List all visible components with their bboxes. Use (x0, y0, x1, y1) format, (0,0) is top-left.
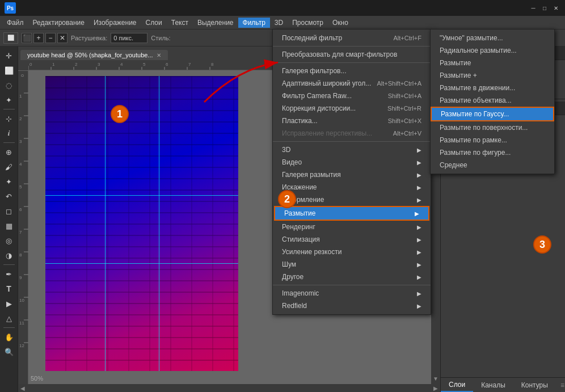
tab-close-icon[interactable]: ✕ (157, 52, 161, 58)
menu-file[interactable]: Файл (2, 18, 28, 28)
filter-stylize-label: Стилизация (282, 235, 320, 243)
svg-text:3: 3 (19, 139, 22, 144)
submenu-arrow-redfield: ▶ (417, 303, 421, 309)
horizontal-scrollbar[interactable]: ◀ ▶ (18, 384, 440, 392)
scroll-down-arrow[interactable]: ▼ (433, 376, 438, 382)
healing-brush-tool[interactable]: ⊕ (2, 145, 16, 159)
new-selection-btn[interactable]: ⬛ (22, 33, 32, 43)
intersect-selection-btn[interactable]: ✕ (57, 33, 68, 43)
left-toolbar: ✛ ⬜ ◌ ✦ ⊹ 𝒊 ⊕ 🖌 ✦ ↶ ◻ ▦ ◎ ◑ ✒ T ▶ △ ✋ 🔍 (0, 47, 18, 392)
type-tool[interactable]: T (2, 282, 16, 296)
filter-distortion-label: Коррекция дисторсии... (282, 104, 356, 112)
menu-3d[interactable]: 3D (270, 18, 288, 28)
bottom-tab-channels[interactable]: Каналы (473, 379, 513, 391)
close-button[interactable]: ✕ (551, 3, 560, 12)
canvas-image (45, 76, 238, 371)
eraser-tool[interactable]: ◻ (2, 204, 16, 218)
svg-text:10: 10 (19, 298, 24, 303)
blur-submenu-surface[interactable]: Размытие по поверхности... (431, 121, 554, 134)
menu-layers[interactable]: Слои (141, 18, 167, 28)
mode-buttons: ⬛ + − ✕ (22, 33, 68, 43)
gradient-tool[interactable]: ▦ (2, 219, 16, 233)
title-bar-buttons: ─ □ ✕ (529, 3, 560, 12)
filter-menu-3d[interactable]: 3D ▶ (273, 144, 431, 156)
blur-submenu-gaussian[interactable]: Размытие по Гауссу... (431, 107, 554, 121)
brush-tool[interactable]: 🖌 (2, 160, 16, 174)
marquee-tool[interactable]: ⬜ (2, 64, 16, 77)
dodge-tool[interactable]: ◑ (2, 248, 16, 262)
menu-window[interactable]: Окно (328, 18, 353, 28)
submenu-arrow-rendering: ▶ (417, 224, 421, 230)
menu-text[interactable]: Текст (167, 18, 193, 28)
filter-menu-oformlenie[interactable]: Оформление ▶ (273, 193, 431, 206)
blur-submenu-lens[interactable]: Размытие объектива... (431, 94, 554, 107)
clone-stamp-tool[interactable]: ✦ (2, 175, 16, 188)
crop-tool[interactable]: ⊹ (2, 112, 16, 125)
filter-menu-video[interactable]: Видео ▶ (273, 156, 431, 168)
blur-submenu-average[interactable]: Среднее (431, 159, 554, 171)
filter-menu-imagenomic[interactable]: Imagenomic ▶ (273, 287, 431, 300)
canvas-tab-main[interactable]: youtube head @ 50% (shapka_for_youtube..… (20, 50, 168, 60)
bottom-tab-paths[interactable]: Контуры (513, 379, 556, 391)
filter-menu-camera-raw[interactable]: Фильтр Camera Raw... Shift+Ctrl+A (273, 90, 431, 102)
hand-tool[interactable]: ✋ (2, 330, 16, 344)
filter-menu-sharpen[interactable]: Усиление резкости ▶ (273, 246, 431, 258)
path-selection-tool[interactable]: ▶ (2, 297, 16, 310)
filter-menu-other[interactable]: Другое ▶ (273, 271, 431, 283)
svg-text:3: 3 (98, 62, 100, 67)
filter-menu-noise[interactable]: Шум ▶ (273, 258, 431, 271)
blur-submenu-blur-plus[interactable]: Размытие + (431, 69, 554, 82)
subtract-selection-btn[interactable]: − (45, 33, 56, 43)
filter-menu-distortion-correction[interactable]: Коррекция дисторсии... Shift+Ctrl+R (273, 102, 431, 115)
tool-separator-2 (3, 142, 15, 143)
zoom-tool[interactable]: 🔍 (2, 345, 16, 359)
menu-image[interactable]: Изображение (89, 18, 141, 28)
filter-menu-gallery[interactable]: Галерея фильтров... (273, 65, 431, 77)
bottom-tab-layers[interactable]: Слои (441, 378, 473, 392)
scroll-right-arrow[interactable]: ▶ (433, 385, 438, 391)
filter-menu-stylize[interactable]: Стилизация ▶ (273, 233, 431, 246)
submenu-arrow-blur-gallery: ▶ (417, 172, 421, 178)
eyedropper-tool[interactable]: 𝒊 (2, 127, 16, 140)
submenu-arrow-imagenomic: ▶ (417, 290, 421, 297)
lasso-tool[interactable]: ◌ (2, 78, 16, 92)
filter-gallery-label: Галерея фильтров... (282, 67, 346, 75)
filter-menu-smart-filters[interactable]: Преобразовать для смарт-фильтров (273, 48, 431, 61)
title-bar-left: Ps (5, 2, 16, 14)
pen-tool[interactable]: ✒ (2, 267, 16, 281)
menu-edit[interactable]: Редактирование (28, 18, 89, 28)
filter-menu-redfield[interactable]: Redfield ▶ (273, 300, 431, 312)
photoshop-window: Ps ─ □ ✕ Файл Редактирование Изображение… (0, 0, 565, 392)
menu-select[interactable]: Выделение (193, 18, 238, 28)
magic-wand-tool[interactable]: ✦ (2, 93, 16, 107)
minimize-button[interactable]: ─ (529, 3, 538, 12)
shape-tool[interactable]: △ (2, 311, 16, 325)
blur-submenu-shape[interactable]: Размытие по фигуре... (431, 146, 554, 159)
scroll-left-arrow[interactable]: ◀ (20, 385, 25, 391)
filter-menu-plasticity[interactable]: Пластика... Shift+Ctrl+X (273, 115, 431, 127)
filter-menu-last-filter[interactable]: Последний фильтр Alt+Ctrl+F (273, 32, 431, 44)
menu-view[interactable]: Просмотр (288, 18, 328, 28)
blur-tool[interactable]: ◎ (2, 234, 16, 247)
svg-text:9: 9 (19, 275, 22, 280)
filter-menu-distort[interactable]: Искажение ▶ (273, 181, 431, 193)
filter-menu-blur[interactable]: Размытие ▶ (274, 206, 429, 221)
history-brush-tool[interactable]: ↶ (2, 189, 16, 203)
ruler-ticks-v: 0 1 2 3 4 5 6 (18, 70, 28, 384)
feather-input[interactable] (111, 33, 147, 43)
add-selection-btn[interactable]: + (33, 33, 44, 43)
filter-menu-adaptive-wide[interactable]: Адаптивный широкий угол... Alt+Shift+Ctr… (273, 77, 431, 90)
bottom-tab-menu-icon[interactable]: ≡ (556, 379, 565, 391)
blur-submenu-blur[interactable]: Размытие (431, 57, 554, 69)
svg-text:5: 5 (19, 184, 22, 189)
move-tool[interactable]: ✛ (2, 49, 16, 62)
menu-filter[interactable]: Фильтр (238, 18, 270, 28)
blur-submenu-motion[interactable]: Размытие в движении... (431, 82, 554, 94)
blur-submenu-radial[interactable]: Радиальное размытие... (431, 44, 554, 57)
filter-menu-blur-gallery[interactable]: Галерея размытия ▶ (273, 168, 431, 181)
blur-submenu-box[interactable]: Размытие по рамке... (431, 134, 554, 146)
filter-menu-rendering[interactable]: Рендеринг ▶ (273, 221, 431, 233)
maximize-button[interactable]: □ (540, 3, 549, 12)
filter-blur-label: Размытие (284, 209, 315, 217)
blur-submenu-smart[interactable]: "Умное" размытие... (431, 32, 554, 44)
